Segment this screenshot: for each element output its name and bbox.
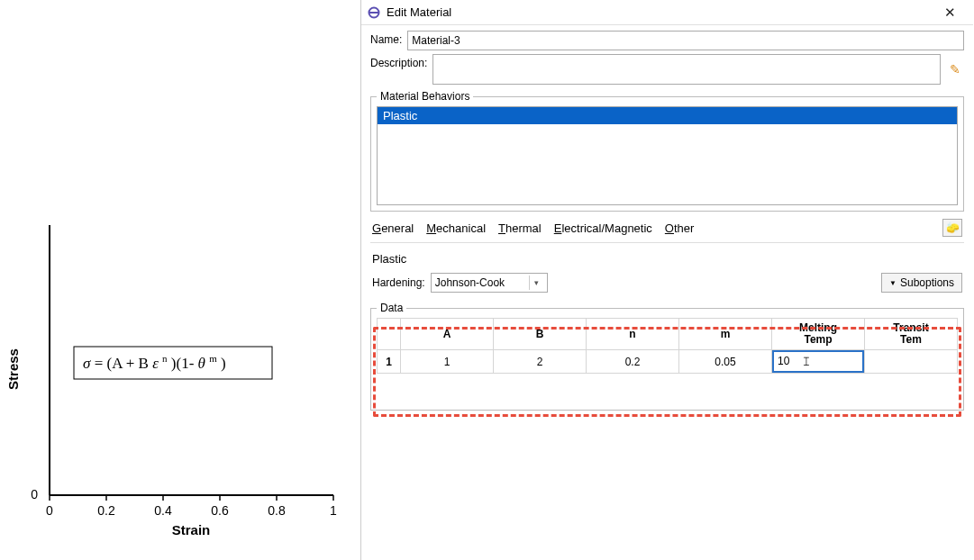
hardening-row: Hardening: Johnson-Cook ▾ ▼ Suboptions <box>370 271 964 296</box>
behavior-menu-bar: General Mechanical Thermal Electrical/Ma… <box>370 215 964 243</box>
name-row: Name: <box>370 31 964 50</box>
delete-behavior-button[interactable]: 🧽 <box>942 219 962 237</box>
cell-transition-temp[interactable] <box>865 350 958 374</box>
dialog-title: Edit Material <box>387 5 932 19</box>
col-transition-temp: TransitTem <box>865 319 958 350</box>
svg-text:0.4: 0.4 <box>154 503 172 518</box>
material-behaviors-group: Material Behaviors Plastic <box>370 90 964 212</box>
y-zero-label: 0 <box>31 487 38 501</box>
name-label: Name: <box>370 31 402 46</box>
stress-strain-chart: 0 0.2 0.4 0.6 0.8 1 0 Strain Stress σ = … <box>0 207 351 540</box>
chevron-down-icon: ▾ <box>529 275 543 290</box>
svg-text:0.6: 0.6 <box>211 503 229 518</box>
suboptions-label: Suboptions <box>900 276 954 289</box>
col-melting-temp: MeltingTemp <box>772 319 865 350</box>
svg-text:0.8: 0.8 <box>268 503 286 518</box>
titlebar: Edit Material ✕ <box>361 0 973 25</box>
hardening-select[interactable]: Johnson-Cook ▾ <box>431 273 548 293</box>
triangle-down-icon: ▼ <box>889 279 897 287</box>
row-index: 1 <box>378 350 401 374</box>
svg-text:0: 0 <box>46 503 53 518</box>
menu-thermal[interactable]: Thermal <box>498 221 542 235</box>
y-axis-label: Stress <box>5 348 21 390</box>
data-legend: Data <box>377 302 406 314</box>
row-header-blank <box>378 319 401 350</box>
description-label: Description: <box>370 54 427 69</box>
name-input[interactable] <box>407 31 964 50</box>
hardening-label: Hardening: <box>372 276 425 289</box>
app-icon <box>367 5 381 20</box>
table-header-row: A B n m MeltingTemp TransitTem <box>378 319 958 350</box>
cell-melting-temp[interactable]: 10 𝙸 <box>772 350 865 374</box>
table-row: 1 1 2 0.2 0.05 10 𝙸 <box>378 350 958 374</box>
col-b: B <box>494 319 587 350</box>
menu-mechanical[interactable]: Mechanical <box>426 221 486 235</box>
svg-text:1: 1 <box>330 503 337 518</box>
behaviors-list[interactable]: Plastic <box>377 106 958 205</box>
description-input[interactable] <box>432 54 941 85</box>
menu-other[interactable]: Other <box>665 221 695 235</box>
menu-electrical-magnetic[interactable]: Electrical/Magnetic <box>554 221 652 235</box>
cell-n[interactable]: 0.2 <box>587 350 679 374</box>
cell-b[interactable]: 2 <box>494 350 587 374</box>
x-ticks: 0 0.2 0.4 0.6 0.8 1 <box>46 495 337 518</box>
data-table: A B n m MeltingTemp TransitTem 1 1 2 0.2 <box>377 318 958 374</box>
close-button[interactable]: ✕ <box>932 5 968 21</box>
hardening-value: Johnson-Cook <box>435 276 505 289</box>
text-cursor-icon: 𝙸 <box>802 354 811 369</box>
svg-text:0.2: 0.2 <box>97 503 115 518</box>
edit-material-dialog: Edit Material ✕ Name: Description: ✎ Mat… <box>360 0 973 560</box>
cell-melting-temp-value: 10 <box>778 355 789 367</box>
edit-description-icon[interactable]: ✎ <box>946 60 964 78</box>
formula-annotation: σ = (A + B ε n )(1- θ m ) <box>74 347 272 379</box>
col-n: n <box>587 319 679 350</box>
behavior-item-plastic[interactable]: Plastic <box>378 107 957 124</box>
suboptions-button[interactable]: ▼ Suboptions <box>881 273 962 293</box>
col-a: A <box>401 319 494 350</box>
cell-a[interactable]: 1 <box>401 350 494 374</box>
menu-general[interactable]: General <box>372 221 414 235</box>
material-behaviors-legend: Material Behaviors <box>377 90 473 103</box>
col-m: m <box>679 319 772 350</box>
plastic-section-title: Plastic <box>370 247 964 267</box>
data-group: Data A B n m MeltingTemp TransitTem <box>370 302 964 411</box>
x-axis-label: Strain <box>172 522 211 537</box>
cell-m[interactable]: 0.05 <box>679 350 772 374</box>
description-row: Description: ✎ <box>370 54 964 85</box>
